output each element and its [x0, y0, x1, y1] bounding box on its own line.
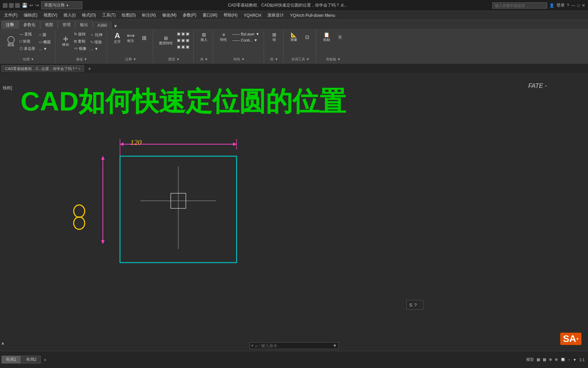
draw-btn-more[interactable]: ... ▼ [38, 46, 52, 51]
draw-btn-circle[interactable]: ◯圆弧 [5, 35, 17, 48]
annotation-group-label: 注释 ▼ [125, 57, 136, 62]
minimize-icon[interactable]: — [571, 3, 575, 8]
menu-annotate[interactable]: 标注(N) [139, 12, 159, 19]
modify-btn-more[interactable]: ... ▼ [89, 46, 104, 51]
anno-btn-table[interactable]: ⊞ [138, 34, 150, 42]
clipboard-btn-copy[interactable]: ⎘ [334, 33, 346, 41]
modify-btn-scale[interactable]: ⤡ 缩放 [89, 39, 104, 45]
menu-params[interactable]: 参数(P) [180, 12, 199, 19]
draw-btn-circle2[interactable]: ○ 圆 [38, 32, 52, 38]
modify-btn-rotate[interactable]: ↻ 旋转 [73, 31, 88, 37]
modify-btn-stretch[interactable]: ↔ 拉伸 [89, 32, 104, 38]
add-layout-btn[interactable]: + [41, 357, 48, 363]
draw-btn-line[interactable]: — 直线 [18, 31, 37, 37]
ribbon-tab-manage[interactable]: 管理 [58, 21, 75, 29]
save-icon[interactable]: 💾 [22, 3, 27, 8]
help-icon[interactable]: ? [567, 3, 569, 8]
menu-yqarch[interactable]: YQARCH [241, 12, 264, 19]
modify-btn-mirror[interactable]: ⇔ 镜像 [73, 45, 88, 52]
cmd-arrow-btn[interactable]: ▼ [333, 343, 337, 348]
annotation-buttons: A 文字 ⟺ 标注 ⊞ [111, 31, 150, 45]
menu-edit[interactable]: 编辑(E) [21, 12, 40, 19]
win-btn-1[interactable] [3, 3, 8, 8]
scale-label: 1:1 [579, 358, 585, 362]
props-linetype[interactable]: —— ByLayer ▼ [231, 31, 261, 37]
modify-buttons: ✛移动 ↻ 旋转 ⧉ 复制 ⇔ 镜像 ↔ 拉伸 ⤡ 缩放 ... ▼ [59, 31, 104, 52]
win-btn-2[interactable] [9, 3, 14, 8]
layer-btn-3[interactable]: ▣ ▣ ▣ [176, 44, 191, 50]
float-q-btn[interactable]: ? [414, 302, 417, 308]
menu-draw[interactable]: 绘图(D) [119, 12, 139, 19]
anno-btn-dim[interactable]: ⟺ 标注 [124, 32, 137, 44]
draw-btn-poly[interactable]: ⬡ 多边形 [18, 45, 37, 52]
float-sep: : [419, 302, 420, 308]
layer-btn-2[interactable]: ▣ ▣ ▣ [176, 37, 191, 43]
layout-tab-1[interactable]: 布局1 [1, 356, 21, 364]
layer-btn-props[interactable]: ⊞ 图层特性 [157, 34, 175, 47]
down-icon[interactable]: ▼ [573, 358, 577, 362]
undo-icon[interactable]: ↩ [29, 3, 33, 8]
ribbon-tab-a360[interactable]: A360 [93, 22, 111, 29]
menu-pulldown[interactable]: YQArch Pull-down Menu [287, 12, 338, 19]
ribbon-tab-output[interactable]: 输出 [75, 21, 93, 29]
layer-btn-1[interactable]: ▣ ▣ ▣ [176, 31, 191, 37]
menu-tools[interactable]: 工具(T) [99, 12, 118, 19]
cmd-close-btn[interactable]: × [251, 343, 254, 348]
props-linetype2[interactable]: —— Conti... ▼ [231, 37, 261, 43]
menu-modify[interactable]: 修改(M) [159, 12, 179, 19]
canvas-area[interactable]: 线框] CAD如何快速定位圆的位置 120 [0, 82, 588, 351]
win-btn-3[interactable] [15, 3, 20, 8]
modify-btn-move[interactable]: ✛移动 [59, 35, 72, 48]
up-icon[interactable]: ↑ [568, 358, 570, 362]
account-icon[interactable]: 👤 [549, 3, 554, 8]
sa-logo[interactable]: SA· [557, 330, 585, 347]
block-btn-insert[interactable]: ⊞ 插入 [198, 31, 210, 43]
redo-icon[interactable]: ↪ [35, 3, 39, 8]
menu-yuanquan[interactable]: 源泉设计 [265, 12, 287, 19]
model-label[interactable]: 模型 [526, 357, 534, 362]
login-label[interactable]: 登录 [556, 2, 565, 8]
menu-file[interactable]: 文件(F) [1, 12, 20, 19]
ribbon-tab-annotate[interactable]: 注释 [1, 21, 19, 29]
ribbon-group-group: ⊞ 组 组 ▼ [265, 30, 284, 62]
util-btn-measure[interactable]: 📐 测量 [288, 31, 300, 43]
search-input[interactable] [492, 2, 547, 9]
ribbon-tab-param[interactable]: 参数化 [19, 21, 40, 29]
float-s-btn[interactable]: S [409, 302, 412, 308]
toolbar-dropdown[interactable]: 草图与注释 ▼ [41, 1, 82, 9]
ribbon-tab-more[interactable]: ▼ [113, 23, 118, 29]
menu-view[interactable]: 视图(V) [41, 12, 60, 19]
new-tab-btn[interactable]: ＋ [85, 65, 94, 72]
draw-btn-rect[interactable]: □ 矩形 [18, 38, 37, 45]
ribbon-tab-view[interactable]: 视图 [40, 21, 58, 29]
props-btn-props[interactable]: ≡ 特性 [217, 31, 230, 43]
cmd-search-btn[interactable]: ⌕ [255, 343, 257, 348]
menu-format[interactable]: 格式(O) [79, 12, 99, 19]
group-btn-group[interactable]: ⊞ 组 [268, 31, 280, 43]
maximize-icon[interactable]: □ [577, 3, 580, 8]
layout-tab-2[interactable]: 布局2 [22, 356, 41, 364]
anno-btn-text[interactable]: A 文字 [111, 31, 123, 45]
window-close-icon[interactable]: ✕ [582, 3, 585, 8]
clipboard-btn-paste[interactable]: 📋 粘贴 [321, 31, 333, 43]
snap-icon[interactable]: ▦ [543, 357, 546, 362]
doc-tab-1[interactable]: CAD零基础教程，C...位置，你学会了吗？* × [1, 65, 84, 72]
ribbon-group-annotation: A 文字 ⟺ 标注 ⊞ 注释 ▼ [108, 30, 153, 62]
draw-btn-ellipse[interactable]: ⬭ 椭圆 [38, 39, 52, 45]
left-close-x[interactable]: × [1, 341, 4, 346]
command-input[interactable] [261, 343, 331, 348]
menu-help[interactable]: 帮助(H) [221, 12, 240, 19]
modify-btn-copy[interactable]: ⧉ 复制 [73, 38, 88, 45]
clipboard-buttons: 📋 粘贴 ⎘ [321, 31, 346, 43]
doc-tab-close[interactable]: × [79, 67, 81, 71]
svg-marker-7 [101, 240, 105, 244]
menu-window[interactable]: 窗口(W) [200, 12, 220, 19]
util-btn-calc[interactable]: ⊡ [301, 33, 313, 41]
ribbon-group-block: ⊞ 插入 块 ▼ [195, 30, 213, 62]
polar-icon[interactable]: ⊕ [555, 357, 558, 362]
grid-icon[interactable]: ▦ [537, 357, 540, 362]
group-group-label: 组 ▼ [270, 57, 278, 62]
menu-insert[interactable]: 插入(I) [61, 12, 78, 19]
ortho-icon[interactable]: ⊕ [549, 357, 552, 362]
snap2-icon[interactable]: 🔲 [561, 357, 565, 362]
